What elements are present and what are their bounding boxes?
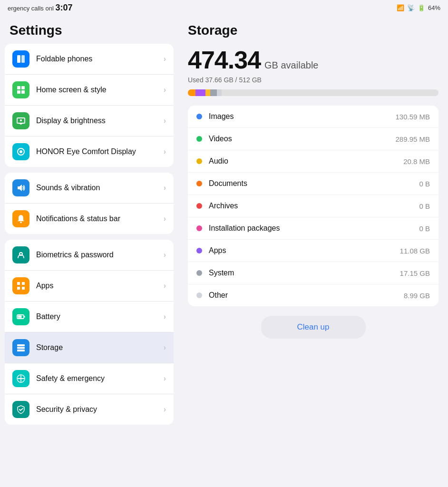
apps-storage-size: 11.08 GB <box>400 247 430 255</box>
wifi-icon: 📡 <box>407 4 415 11</box>
sidebar-item-security[interactable]: Security & privacy › <box>5 394 174 425</box>
sidebar-item-display[interactable]: Display & brightness › <box>5 106 174 136</box>
apps-storage-label: Apps <box>209 246 400 255</box>
other-dot <box>196 292 202 298</box>
apps-chevron: › <box>164 282 166 290</box>
battery-icon: 🔋 <box>418 4 425 11</box>
images-dot <box>196 114 202 119</box>
sidebar-item-sounds[interactable]: Sounds & vibration › <box>5 173 174 204</box>
svg-rect-4 <box>17 90 20 94</box>
svg-rect-20 <box>18 316 22 318</box>
storage-item-other[interactable]: Other 8.99 GB <box>188 284 438 306</box>
home-screen-chevron: › <box>164 86 166 94</box>
other-label: Other <box>209 291 404 300</box>
safety-chevron: › <box>164 374 166 383</box>
sidebar-item-battery[interactable]: Battery › <box>5 302 174 332</box>
storage-item-videos[interactable]: Videos 289.95 MB <box>188 128 438 150</box>
sidebar-item-safety[interactable]: Safety & emergency › <box>5 363 174 394</box>
system-label: System <box>209 269 400 277</box>
display-label: Display & brightness <box>36 116 164 126</box>
sidebar-item-foldable[interactable]: Foldable phones › <box>5 44 174 75</box>
storage-item-install-packages[interactable]: Installation packages 0 B <box>188 217 438 240</box>
svg-rect-16 <box>22 282 25 285</box>
storage-item-images[interactable]: Images 130.59 MB <box>188 106 438 128</box>
main-layout: Settings Foldable phones › <box>0 15 448 487</box>
security-label: Security & privacy <box>36 405 164 415</box>
storage-bar <box>188 89 438 96</box>
svg-rect-18 <box>22 287 25 290</box>
bar-segment-videos <box>195 89 205 96</box>
safety-icon <box>12 370 29 387</box>
biometrics-icon <box>12 246 29 263</box>
svg-rect-2 <box>17 86 20 89</box>
sidebar-group-2: Sounds & vibration › Notifications & sta… <box>5 173 174 234</box>
sounds-label: Sounds & vibration <box>36 183 164 193</box>
svg-marker-12 <box>18 185 22 191</box>
system-size: 17.15 GB <box>400 269 430 277</box>
storage-number: 474.34 <box>188 46 261 74</box>
svg-rect-21 <box>24 316 25 318</box>
sidebar-title: Settings <box>0 15 178 44</box>
battery-label: Battery <box>36 312 164 322</box>
other-size: 8.99 GB <box>404 292 430 300</box>
videos-label: Videos <box>209 135 395 143</box>
storage-unit: GB available <box>264 60 318 71</box>
svg-rect-7 <box>19 123 22 124</box>
sidebar-item-apps[interactable]: Apps › <box>5 271 174 302</box>
storage-item-apps[interactable]: Apps 11.08 GB <box>188 240 438 262</box>
install-packages-dot <box>196 225 202 231</box>
foldable-label: Foldable phones <box>36 54 164 64</box>
security-chevron: › <box>164 405 166 414</box>
storage-item-audio[interactable]: Audio 20.8 MB <box>188 150 438 173</box>
honor-eye-chevron: › <box>164 147 166 156</box>
bar-segment-other <box>217 89 222 96</box>
sidebar-item-notifications[interactable]: Notifications & status bar › <box>5 204 174 234</box>
status-left: ergency calls onl 3:07 <box>8 3 72 13</box>
content-title: Storage <box>188 23 438 38</box>
bar-segment-system <box>210 89 216 96</box>
security-icon <box>12 401 29 418</box>
storage-item-archives[interactable]: Archives 0 B <box>188 195 438 217</box>
audio-dot <box>196 158 202 164</box>
images-label: Images <box>209 112 395 121</box>
sidebar-group-3: Biometrics & password › Apps › <box>5 240 174 425</box>
foldable-chevron: › <box>164 55 166 63</box>
storage-item-system[interactable]: System 17.15 GB <box>188 262 438 284</box>
storage-icon <box>12 339 29 356</box>
videos-dot <box>196 136 202 142</box>
svg-rect-22 <box>17 344 25 346</box>
svg-rect-0 <box>17 55 20 63</box>
svg-rect-3 <box>21 86 25 89</box>
audio-size: 20.8 MB <box>403 157 430 166</box>
display-icon <box>12 112 29 129</box>
display-chevron: › <box>164 117 166 125</box>
sounds-icon <box>12 179 29 196</box>
safety-label: Safety & emergency <box>36 374 164 384</box>
sidebar-item-home-screen[interactable]: Home screen & style › <box>5 75 174 106</box>
audio-label: Audio <box>209 157 403 166</box>
svg-rect-15 <box>17 282 20 285</box>
sounds-chevron: › <box>164 184 166 192</box>
system-dot <box>196 270 202 276</box>
svg-rect-23 <box>17 347 25 349</box>
sidebar-item-biometrics[interactable]: Biometrics & password › <box>5 240 174 271</box>
status-right: 📶 📡 🔋 64% <box>397 4 440 11</box>
home-screen-label: Home screen & style <box>36 85 164 95</box>
sidebar-item-storage[interactable]: Storage › <box>5 332 174 363</box>
storage-list: Images 130.59 MB Videos 289.95 MB Audio … <box>188 106 438 306</box>
sidebar-item-honor-eye[interactable]: HONOR Eye Comfort Display › <box>5 136 174 167</box>
storage-item-documents[interactable]: Documents 0 B <box>188 173 438 195</box>
bar-segment-images <box>188 89 195 96</box>
battery-icon-sidebar <box>12 308 29 325</box>
storage-used-text: Used 37.66 GB / 512 GB <box>188 76 438 84</box>
cleanup-button[interactable]: Clean up <box>261 316 366 339</box>
documents-label: Documents <box>209 179 419 188</box>
honor-eye-icon <box>12 143 29 160</box>
battery-chevron: › <box>164 312 166 321</box>
svg-rect-1 <box>21 55 25 63</box>
svg-point-11 <box>19 150 22 153</box>
home-screen-icon <box>12 81 29 98</box>
documents-dot <box>196 181 202 186</box>
honor-eye-label: HONOR Eye Comfort Display <box>36 147 164 157</box>
bar-segment-audio <box>205 89 211 96</box>
